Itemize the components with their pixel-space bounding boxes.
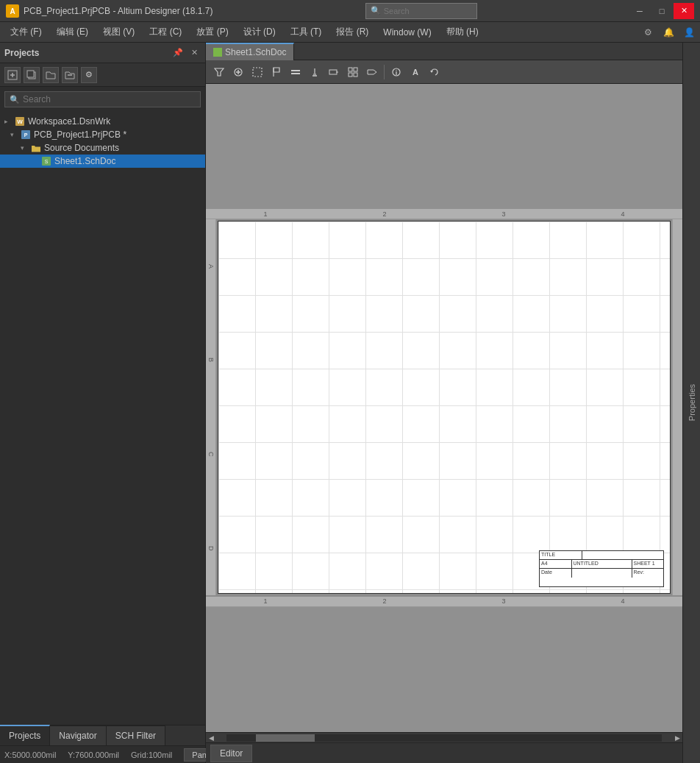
main-layout: Projects 📌 ✕ ⚙ 🔍 — [0, 43, 700, 763]
filter-button[interactable] — [210, 63, 228, 81]
directive-button[interactable]: i — [388, 63, 405, 81]
rectangle-button[interactable] — [249, 63, 266, 81]
folder-icon — [31, 143, 41, 153]
tb-sheet-label: UNTITLED — [572, 560, 632, 568]
svg-rect-30 — [354, 73, 357, 77]
settings-icon[interactable]: ⚙ — [640, 24, 656, 40]
ruler-bottom: 1 2 3 4 — [206, 597, 682, 607]
ruler-mark-bot-3: 3 — [501, 597, 505, 605]
tab-navigator[interactable]: Navigator — [50, 725, 106, 745]
menu-tools[interactable]: 工具 (T) — [283, 23, 329, 41]
ruler-mark-d: D — [207, 546, 215, 551]
svg-marker-31 — [368, 70, 376, 74]
ruler-mark-3: 3 — [501, 210, 505, 218]
component-grid-button[interactable] — [344, 63, 362, 81]
scrollbar-track[interactable] — [226, 734, 662, 742]
maximize-button[interactable]: □ — [651, 3, 672, 19]
ruler-mark-a: A — [207, 264, 215, 269]
svg-text:S: S — [45, 159, 49, 164]
canvas-bottom-margin — [206, 607, 682, 732]
new-btn[interactable] — [4, 67, 21, 83]
coord-x: X:5000.000mil — [4, 750, 56, 759]
menu-project[interactable]: 工程 (C) — [142, 23, 189, 41]
panel-close-button[interactable]: ✕ — [188, 46, 201, 60]
tb-title-value — [582, 551, 663, 559]
tree-source-docs[interactable]: ▾ Source Documents — [0, 141, 205, 155]
tree-project[interactable]: ▾ P PCB_Project1.PrjPCB * — [0, 128, 205, 141]
close-folder-btn[interactable] — [62, 67, 78, 83]
properties-label[interactable]: Properties — [685, 378, 699, 427]
schematic-tab-icon — [213, 48, 222, 57]
expand-arrow: ▸ — [4, 118, 12, 125]
panel-search-input[interactable] — [23, 94, 196, 104]
power-button[interactable] — [306, 63, 324, 81]
duplicate-btn[interactable] — [24, 67, 40, 83]
open-folder-btn[interactable] — [43, 67, 59, 83]
ruler-mark-bot-2: 2 — [382, 597, 386, 605]
search-icon: 🔍 — [371, 6, 381, 15]
canvas-main: A B C D TITLE A4 UNTITLE — [206, 219, 682, 595]
titlebar-search-input[interactable] — [384, 7, 472, 15]
altium-icon: A — [6, 4, 19, 18]
minimize-button[interactable]: ─ — [629, 3, 650, 19]
menu-view[interactable]: 视图 (V) — [96, 23, 142, 41]
sheet-label: Sheet1.SchDoc — [54, 156, 115, 166]
statusbar: X:5000.000mil Y:7600.000mil Grid:100mil … — [0, 745, 205, 763]
panel-search-area: 🔍 — [0, 87, 205, 112]
add-component-button[interactable] — [229, 63, 247, 81]
project-label: PCB_Project1.PrjPCB * — [34, 129, 126, 140]
editor-tab[interactable]: Editor — [210, 745, 252, 762]
coord-y: Y:7600.000mil — [68, 750, 119, 759]
undo-button[interactable] — [426, 63, 443, 81]
notification-icon[interactable]: 🔔 — [660, 24, 676, 40]
tab-projects[interactable]: Projects — [0, 725, 50, 745]
titlebar-controls: ─ □ ✕ — [629, 3, 694, 19]
menu-window[interactable]: Window (W) — [376, 24, 438, 40]
net-label-button[interactable] — [325, 63, 343, 81]
svg-text:A: A — [10, 7, 15, 15]
properties-panel: Properties — [682, 43, 700, 763]
menu-file[interactable]: 文件 (F) — [3, 23, 49, 41]
source-docs-label: Source Documents — [44, 143, 119, 153]
titlebar: A PCB_Project1.PrjPCB - Altium Designer … — [0, 0, 700, 22]
titlebar-left: A PCB_Project1.PrjPCB - Altium Designer … — [6, 4, 213, 18]
menu-design[interactable]: 设计 (D) — [236, 23, 283, 41]
panel-pin-button[interactable]: 📌 — [171, 46, 185, 60]
panel-settings-btn[interactable]: ⚙ — [81, 67, 97, 83]
project-icon: P — [21, 129, 31, 140]
menu-report[interactable]: 报告 (R) — [329, 23, 376, 41]
tree-workspace[interactable]: ▸ W Workspace1.DsnWrk — [0, 115, 205, 128]
tb-date-label: Date — [540, 569, 572, 578]
ruler-mark-b: B — [207, 358, 215, 362]
doc-tab-sheet1[interactable]: Sheet1.SchDoc — [206, 43, 294, 60]
schematic-canvas[interactable]: TITLE A4 UNTITLED SHEET 1 Date Rev: — [218, 221, 671, 594]
tab-sch-filter[interactable]: SCH Filter — [107, 725, 165, 745]
menu-edit[interactable]: 编辑 (E) — [49, 23, 96, 41]
titlebar-search[interactable]: 🔍 — [365, 3, 477, 19]
menu-place[interactable]: 放置 (P) — [189, 23, 235, 41]
expand-arrow: ▾ — [21, 144, 28, 152]
svg-rect-6 — [27, 71, 34, 77]
expand-arrow: ▾ — [10, 131, 18, 138]
scroll-right-arrow[interactable]: ▶ — [672, 733, 682, 743]
port-button[interactable] — [363, 63, 381, 81]
svg-marker-35 — [430, 71, 433, 73]
canvas-container: 1 2 3 4 A B C D TIT — [206, 84, 682, 742]
scroll-left-arrow[interactable]: ◀ — [206, 733, 216, 743]
user-icon[interactable]: 👤 — [681, 24, 697, 40]
horizontal-scrollbar[interactable]: ◀ ▶ — [206, 732, 682, 742]
tree-sheet[interactable]: S Sheet1.SchDoc — [0, 155, 205, 168]
text-button[interactable]: A — [407, 63, 424, 81]
flag-button[interactable] — [268, 63, 285, 81]
status-coords: X:5000.000mil Y:7600.000mil Grid:100mil — [4, 750, 172, 759]
menubar-right: ⚙ 🔔 👤 — [640, 24, 697, 40]
bus-button[interactable] — [287, 63, 304, 81]
close-button[interactable]: ✕ — [674, 3, 694, 19]
ruler-mark-bot-1: 1 — [263, 597, 267, 605]
panel-search-box[interactable]: 🔍 — [4, 91, 201, 107]
window-title: PCB_Project1.PrjPCB - Altium Designer (1… — [24, 6, 213, 16]
panel-controls: 📌 ✕ — [171, 46, 201, 60]
scrollbar-thumb[interactable] — [256, 734, 315, 742]
toolbar-separator — [384, 65, 385, 79]
menu-help[interactable]: 帮助 (H) — [439, 23, 486, 41]
